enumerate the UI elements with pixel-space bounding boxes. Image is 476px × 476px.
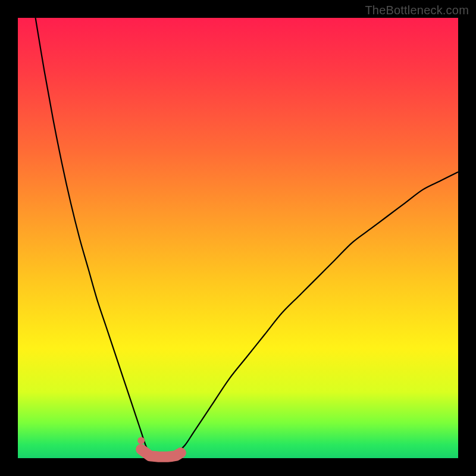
watermark-text: TheBottleneck.com — [365, 4, 469, 17]
valley-floor-markers — [141, 449, 181, 457]
curve-layer — [18, 18, 458, 458]
chart-frame: TheBottleneck.com — [0, 0, 476, 476]
curve-right-branch — [176, 172, 458, 454]
valley-floor-dot — [137, 437, 145, 444]
valley-floor-stroke — [141, 449, 181, 457]
curve-left-branch — [36, 18, 150, 454]
plot-area — [18, 18, 458, 458]
